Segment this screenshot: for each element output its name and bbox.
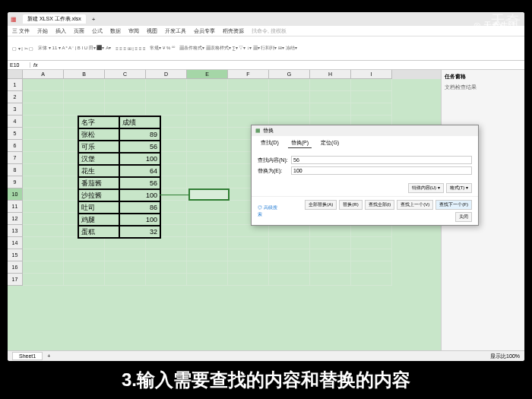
dialog-body: 查找内容(N): 替换为(E): — [252, 150, 478, 180]
replace-all-button[interactable]: 全部替换(A) — [305, 200, 337, 210]
th-name: 名字 — [78, 116, 119, 128]
table-row[interactable]: 沙拉酱 — [78, 189, 119, 201]
dialog-titlebar[interactable]: ▦ 替换 — [252, 125, 478, 136]
row-13[interactable]: 13 — [8, 225, 23, 237]
dialog-title: 替换 — [263, 127, 274, 135]
menu-file[interactable]: 三 文件 — [12, 27, 30, 35]
replace-label: 替换为(E): — [258, 167, 288, 175]
menu-view[interactable]: 视图 — [147, 27, 157, 35]
menu-member[interactable]: 会员专享 — [194, 27, 215, 35]
table-row[interactable]: 汉堡 — [78, 153, 119, 165]
row-15[interactable]: 15 — [8, 249, 23, 261]
search-box[interactable]: 找命令, 搜模板 — [252, 27, 287, 35]
row-10[interactable]: 10 — [8, 188, 23, 201]
close-button[interactable]: 关闭 — [455, 212, 472, 222]
row-2[interactable]: 2 — [8, 91, 23, 103]
format-button[interactable]: 格式(T) ▾ — [446, 183, 472, 193]
spreadsheet[interactable]: A B C D E F G H I 1 2 3 4 5 6 7 — [8, 70, 441, 350]
app-icon: ▦ — [11, 16, 17, 23]
zoom-label: 显示比100% — [490, 353, 520, 360]
col-D[interactable]: D — [146, 70, 187, 79]
tab-goto[interactable]: 定位(G) — [318, 138, 342, 148]
watermark-icon: ◎ — [473, 21, 481, 30]
col-E[interactable]: E — [187, 70, 228, 79]
new-tab-button[interactable]: + — [92, 16, 96, 23]
row-4[interactable]: 4 — [8, 116, 23, 128]
cells-group: ▦条件格式▾ ▦表格样式▾ ∑▾ ▽▾ ↕▾ ▦▾ 行和列▾ ⊞▾ 冻结▾ — [179, 45, 297, 52]
dialog-icon: ▦ — [255, 128, 261, 134]
col-I[interactable]: I — [351, 70, 392, 79]
find-label: 查找内容(N): — [258, 157, 288, 164]
pane-title: 任务窗格 — [445, 73, 521, 81]
clipboard-group: ▢ ▾ | ✂ ▢ — [12, 46, 33, 51]
row-17[interactable]: 17 — [8, 274, 23, 286]
replace-button[interactable]: 替换(R) — [339, 200, 362, 210]
ribbon-toolbar: ▢ ▾ | ✂ ▢ 宋体 ▾ 11 ▾ A⁺ A⁻ | B I U 田▾ ⬛▾ … — [8, 36, 524, 61]
menu-page[interactable]: 页面 — [74, 27, 84, 35]
table-row[interactable]: 蛋糕 — [78, 226, 119, 238]
row-6[interactable]: 6 — [8, 140, 23, 152]
video-caption-bar: 3.输入需要查找的内容和替换的内容 — [0, 361, 532, 399]
find-all-button[interactable]: 查找全部(I) — [365, 200, 395, 210]
table-row[interactable]: 花生 — [78, 165, 119, 177]
table-row[interactable]: 番茄酱 — [78, 177, 119, 189]
row-16[interactable]: 16 — [8, 261, 23, 274]
sheet-tab[interactable]: Sheet1 — [12, 352, 43, 360]
col-C[interactable]: C — [105, 70, 146, 79]
table-row[interactable]: 可乐 — [78, 141, 119, 153]
active-cell[interactable] — [188, 188, 230, 201]
column-headers: A B C D E F G H I — [8, 70, 441, 79]
tab-find[interactable]: 查找(D) — [258, 138, 282, 148]
col-A[interactable]: A — [23, 70, 64, 79]
sheet-tab-bar: Sheet1 + 显示比100% — [8, 350, 524, 361]
table-row[interactable]: 吐司 — [78, 201, 119, 214]
data-table: 名字成绩 张松89 可乐56 汉堡100 花生64 番茄酱56 沙拉酱100 吐… — [78, 116, 161, 239]
add-sheet-button[interactable]: + — [47, 353, 50, 359]
number-group: 常规▾ ¥ % ⁰⁰ — [150, 45, 175, 52]
find-input[interactable] — [291, 156, 472, 164]
cell-reference[interactable]: E10 — [8, 62, 30, 68]
special-content-button[interactable]: 特殊内容(U) ▾ — [408, 183, 444, 193]
dialog-tabs: 查找(D) 替换(P) 定位(G) — [252, 136, 478, 150]
row-9[interactable]: 9 — [8, 176, 23, 188]
menu-resource[interactable]: 稻壳资源 — [223, 27, 244, 35]
menu-review[interactable]: 审阅 — [128, 27, 139, 35]
row-3[interactable]: 3 — [8, 103, 23, 116]
row-14[interactable]: 14 — [8, 237, 23, 249]
replace-input[interactable] — [291, 166, 472, 175]
menu-insert[interactable]: 插入 — [55, 27, 66, 35]
app-window: ▦ 新建 XLSX 工作表.xlsx + 三 文件 开始 插入 页面 公式 数据… — [8, 12, 524, 361]
menu-dev[interactable]: 开发工具 — [165, 27, 186, 35]
row-5[interactable]: 5 — [8, 128, 23, 140]
menubar: 三 文件 开始 插入 页面 公式 数据 审阅 视图 开发工具 会员专享 稻壳资源… — [8, 26, 524, 36]
titlebar: ▦ 新建 XLSX 工作表.xlsx + — [8, 12, 524, 26]
advanced-search-link[interactable]: ◎ 高级搜索 — [252, 203, 287, 220]
menu-formula[interactable]: 公式 — [92, 27, 103, 35]
select-all-corner[interactable] — [8, 70, 23, 79]
col-G[interactable]: G — [269, 70, 310, 79]
tab-replace[interactable]: 替换(P) — [288, 138, 312, 148]
watermark: 天奇 ◎ 天奇生活 — [473, 20, 517, 31]
col-B[interactable]: B — [64, 70, 105, 79]
table-row[interactable]: 鸡腿 — [78, 214, 119, 226]
pane-subtitle: 文档检查结果 — [445, 84, 521, 91]
menu-start[interactable]: 开始 — [37, 27, 48, 35]
row-12[interactable]: 12 — [8, 213, 23, 225]
col-H[interactable]: H — [310, 70, 351, 79]
caption-text: 3.输入需要查找的内容和替换的内容 — [122, 368, 410, 392]
menu-data[interactable]: 数据 — [110, 27, 121, 35]
find-prev-button[interactable]: 查找上一个(V) — [397, 200, 433, 210]
find-next-button[interactable]: 查找下一个(F) — [435, 200, 472, 210]
row-11[interactable]: 11 — [8, 201, 23, 213]
row-1[interactable]: 1 — [8, 79, 23, 91]
th-score: 成绩 — [119, 116, 160, 128]
doc-tab[interactable]: 新建 XLSX 工作表.xlsx — [23, 14, 86, 24]
table-row[interactable]: 张松 — [78, 128, 119, 141]
row-8[interactable]: 8 — [8, 164, 23, 176]
find-replace-dialog: ▦ 替换 查找(D) 替换(P) 定位(G) 查找内容(N): 替换为(E): — [251, 125, 479, 226]
fx-icon[interactable]: fx — [30, 62, 40, 68]
font-group: 宋体 ▾ 11 ▾ A⁺ A⁻ | B I U 田▾ ⬛▾ A▾ — [38, 45, 111, 52]
col-F[interactable]: F — [228, 70, 269, 79]
formula-bar: E10 fx — [8, 61, 524, 70]
row-7[interactable]: 7 — [8, 152, 23, 164]
